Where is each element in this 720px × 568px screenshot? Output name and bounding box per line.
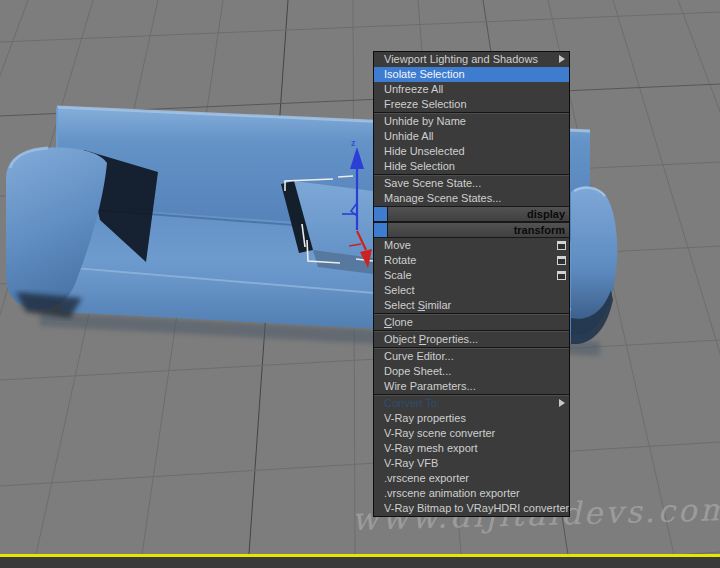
menu-item-scale[interactable]: Scale [374, 268, 569, 283]
menu-item-hide-unselected[interactable]: Hide Unselected [374, 144, 569, 159]
viewport-3d[interactable]: z www.dijitaldevs.com Viewport Lighting … [0, 0, 720, 568]
menu-item-select-similar[interactable]: Select Similar [374, 298, 569, 313]
menu-item-rotate[interactable]: Rotate [374, 253, 569, 268]
quad-title-marker-icon [374, 207, 388, 221]
menu-item-unhide-all[interactable]: Unhide All [374, 129, 569, 144]
settings-box-icon[interactable] [557, 271, 566, 280]
menu-item-vray-properties[interactable]: V-Ray properties [374, 411, 569, 426]
menu-item-vrscene-exporter[interactable]: .vrscene exporter [374, 471, 569, 486]
menu-item-save-scene-state[interactable]: Save Scene State... [374, 176, 569, 191]
quad-title-display[interactable]: display [374, 206, 569, 222]
menu-item-convert-to[interactable]: Convert To: [374, 396, 569, 411]
gizmo-z-axis-label: z [351, 138, 356, 148]
menu-item-manage-scene-states[interactable]: Manage Scene States... [374, 191, 569, 206]
menu-item-unhide-by-name[interactable]: Unhide by Name [374, 114, 569, 129]
menu-item-move[interactable]: Move [374, 238, 569, 253]
menu-item-freeze-selection[interactable]: Freeze Selection [374, 97, 569, 112]
menu-item-curve-editor[interactable]: Curve Editor... [374, 349, 569, 364]
bottom-ui-bar [0, 557, 720, 568]
menu-item-object-properties[interactable]: Object Properties... [374, 332, 569, 347]
menu-item-isolate-selection[interactable]: Isolate Selection [374, 67, 569, 82]
sofa-armrest-right [571, 187, 617, 335]
menu-item-vrscene-animation-exporter[interactable]: .vrscene animation exporter [374, 486, 569, 501]
quad-title-transform[interactable]: transform [374, 222, 569, 238]
menu-item-hide-selection[interactable]: Hide Selection [374, 159, 569, 174]
menu-item-viewport-lighting-and-shadows[interactable]: Viewport Lighting and Shadows [374, 52, 569, 67]
menu-item-dope-sheet[interactable]: Dope Sheet... [374, 364, 569, 379]
menu-item-vray-bitmap-to-vrayhdri-converter[interactable]: V-Ray Bitmap to VRayHDRI converter [374, 501, 569, 516]
menu-item-vray-scene-converter[interactable]: V-Ray scene converter [374, 426, 569, 441]
menu-item-select[interactable]: Select [374, 283, 569, 298]
submenu-arrow-icon [559, 399, 565, 407]
menu-item-wire-parameters[interactable]: Wire Parameters... [374, 379, 569, 394]
submenu-arrow-icon [559, 55, 565, 63]
menu-item-vray-mesh-export[interactable]: V-Ray mesh export [374, 441, 569, 456]
menu-item-clone[interactable]: Clone [374, 315, 569, 330]
settings-box-icon[interactable] [557, 256, 566, 265]
settings-box-icon[interactable] [557, 241, 566, 250]
menu-item-unfreeze-all[interactable]: Unfreeze All [374, 82, 569, 97]
quad-menu: Viewport Lighting and Shadows Isolate Se… [373, 51, 570, 517]
menu-item-vray-vfb[interactable]: V-Ray VFB [374, 456, 569, 471]
quad-title-marker-icon [374, 223, 388, 237]
scene-canvas[interactable]: z [0, 0, 720, 568]
